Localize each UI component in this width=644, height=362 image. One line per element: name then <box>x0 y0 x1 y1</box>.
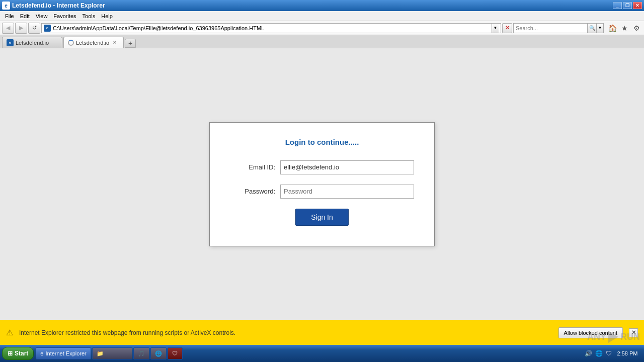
taskbar-media-icon: 🎵 <box>138 350 145 357</box>
search-box: 🔍 ▼ <box>513 23 604 33</box>
tab-1-label: Letsdefend.io <box>16 40 49 46</box>
taskbar-items: e Internet Explorer 📁 🎵 🌐 🛡 <box>36 347 581 359</box>
window-title: Letsdefend.io - Internet Explorer <box>12 2 105 9</box>
taskbar-media[interactable]: 🎵 <box>133 347 149 359</box>
menu-file[interactable]: File <box>2 13 17 20</box>
allow-blocked-content-button[interactable]: Allow blocked content <box>558 327 623 338</box>
menu-tools[interactable]: Tools <box>79 13 99 20</box>
info-icon: ⚠ <box>6 328 13 337</box>
new-tab-button[interactable]: + <box>125 39 136 48</box>
nav-bar: ◀ ▶ ↺ e ▼ ✕ 🔍 ▼ 🏠 ★ ⚙ <box>0 21 644 35</box>
tray-network-icon[interactable]: 🌐 <box>595 350 603 357</box>
email-label: Email ID: <box>230 163 275 171</box>
close-button[interactable]: ✕ <box>633 2 642 9</box>
menu-view[interactable]: View <box>33 13 51 20</box>
sign-in-row: Sign In <box>230 209 414 226</box>
settings-button[interactable]: ⚙ <box>631 23 642 34</box>
taskbar: ⊞ Start e Internet Explorer 📁 🎵 🌐 🛡 🔊 🌐 … <box>0 345 644 362</box>
tab-2-loading <box>68 40 74 46</box>
refresh-button[interactable]: ↺ <box>28 23 40 34</box>
info-bar: ⚠ Internet Explorer restricted this webp… <box>0 320 644 345</box>
taskbar-alert[interactable]: 🛡 <box>168 347 183 359</box>
tray-volume-icon[interactable]: 🔊 <box>585 350 592 357</box>
password-label: Password: <box>230 188 275 195</box>
email-input[interactable] <box>280 160 414 174</box>
taskbar-ie-label: Internet Explorer <box>45 350 86 356</box>
taskbar-right: 🔊 🌐 🛡 2:58 PM <box>583 350 642 357</box>
search-submit[interactable]: 🔍 <box>587 24 596 33</box>
tab-2-label: Letsdefend.io <box>76 40 109 46</box>
menu-favorites[interactable]: Favorites <box>50 13 79 20</box>
minimize-button[interactable]: _ <box>613 2 622 9</box>
forward-button[interactable]: ▶ <box>15 23 27 34</box>
tray-security-icon[interactable]: 🛡 <box>606 350 612 357</box>
home-button[interactable]: 🏠 <box>607 23 618 34</box>
address-input[interactable] <box>53 25 492 31</box>
address-favicon: e <box>44 25 51 32</box>
ie-icon: e <box>2 2 10 10</box>
search-dropdown[interactable]: ▼ <box>596 24 603 33</box>
tab-1[interactable]: e Letsdefend.io <box>2 37 62 48</box>
stop-button[interactable]: ✕ <box>502 23 512 33</box>
login-title: Login to continue..... <box>230 138 414 146</box>
tab-1-favicon: e <box>7 39 14 46</box>
taskbar-alert-icon: 🛡 <box>172 350 178 356</box>
password-row: Password: <box>230 185 414 199</box>
address-bar: e ▼ <box>41 23 501 33</box>
taskbar-ie-icon: e <box>40 350 43 356</box>
taskbar-chrome[interactable]: 🌐 <box>150 347 167 359</box>
restore-button[interactable]: ❐ <box>623 2 632 9</box>
password-input[interactable] <box>280 185 414 199</box>
search-input[interactable] <box>514 25 587 31</box>
clock: 2:58 PM <box>615 350 640 356</box>
taskbar-chrome-icon: 🌐 <box>155 350 162 357</box>
sign-in-button[interactable]: Sign In <box>295 209 349 226</box>
menu-bar: File Edit View Favorites Tools Help <box>0 11 644 21</box>
title-bar: e Letsdefend.io - Internet Explorer _ ❐ … <box>0 0 644 11</box>
nav-right-icons: 🏠 ★ ⚙ <box>607 23 642 34</box>
browser-content: Login to continue..... Email ID: Passwor… <box>0 48 644 320</box>
menu-help[interactable]: Help <box>98 13 116 20</box>
address-dropdown[interactable]: ▼ <box>492 24 499 33</box>
title-bar-left: e Letsdefend.io - Internet Explorer <box>2 2 105 10</box>
info-message: Internet Explorer restricted this webpag… <box>19 329 552 336</box>
tab-2[interactable]: Letsdefend.io ✕ <box>63 37 124 48</box>
menu-edit[interactable]: Edit <box>17 13 33 20</box>
start-windows-icon: ⊞ <box>8 350 13 357</box>
start-button[interactable]: ⊞ Start <box>2 347 34 360</box>
tabs-bar: e Letsdefend.io Letsdefend.io ✕ + <box>0 35 644 48</box>
title-bar-controls: _ ❐ ✕ <box>613 2 642 9</box>
taskbar-folder[interactable]: 📁 <box>92 347 132 359</box>
login-box: Login to continue..... Email ID: Passwor… <box>209 122 435 246</box>
tab-2-close[interactable]: ✕ <box>111 39 118 46</box>
start-label: Start <box>15 350 28 357</box>
taskbar-ie[interactable]: e Internet Explorer <box>36 347 91 359</box>
info-close-button[interactable]: ✕ <box>629 328 638 337</box>
taskbar-folder-icon: 📁 <box>97 350 104 357</box>
favorites-button[interactable]: ★ <box>619 23 630 34</box>
email-row: Email ID: <box>230 160 414 174</box>
back-button[interactable]: ◀ <box>2 23 14 34</box>
